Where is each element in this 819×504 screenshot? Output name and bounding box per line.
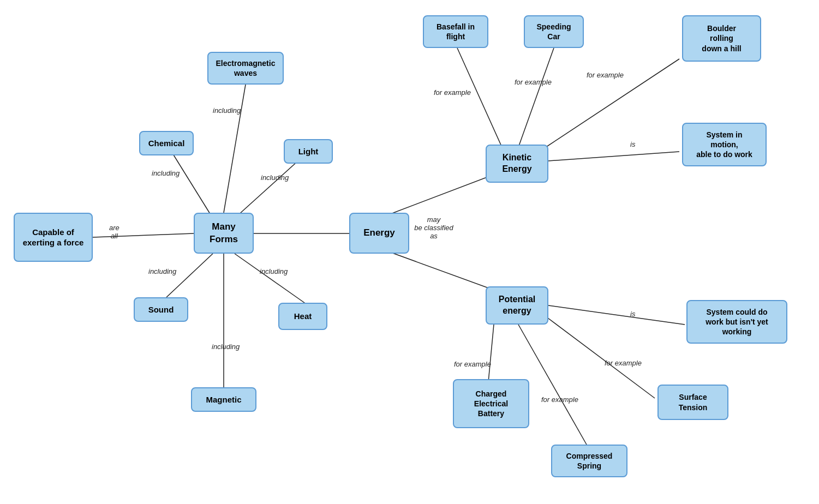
svg-line-4 (166, 254, 213, 297)
svg-line-17 (546, 316, 655, 398)
label-for-example-speeding: for example (515, 78, 552, 86)
node-chemical: Chemical (139, 131, 194, 155)
node-system-potential: System could dowork but isn't yetworking (686, 300, 787, 344)
label-including-heat: including (260, 267, 288, 275)
svg-line-0 (93, 233, 194, 237)
label-are-all: areall (109, 224, 119, 240)
node-magnetic: Magnetic (191, 387, 256, 412)
label-including-sound: including (148, 267, 176, 275)
node-surface-tension: SurfaceTension (657, 385, 728, 420)
label-for-example-spring: for example (541, 395, 578, 404)
label-including-em: including (213, 106, 241, 115)
svg-line-10 (457, 48, 502, 147)
label-including-light: including (261, 173, 289, 182)
label-including-magnetic: including (212, 343, 240, 351)
node-heat: Heat (278, 303, 327, 330)
node-light: Light (284, 139, 333, 164)
label-is-kinetic: is (630, 140, 635, 148)
node-potential: Potentialenergy (486, 286, 548, 325)
label-may-be-classified: maybe classifiedas (412, 215, 456, 240)
node-kinetic: KineticEnergy (486, 145, 548, 183)
svg-line-15 (488, 325, 494, 382)
node-many-forms: ManyForms (194, 213, 254, 254)
label-for-example-boulder: for example (587, 71, 624, 79)
label-for-example-battery: for example (454, 360, 491, 368)
label-for-example-baseball: for example (434, 88, 471, 97)
node-electromagnetic: Electromagneticwaves (207, 52, 284, 85)
node-capable: Capable of exerting a force (14, 213, 93, 262)
node-energy: Energy (349, 213, 409, 254)
connection-lines (0, 0, 819, 504)
svg-line-5 (235, 254, 308, 305)
svg-line-13 (548, 152, 679, 161)
node-charged-battery: ChargedElectricalBattery (453, 379, 529, 428)
svg-line-1 (224, 85, 246, 213)
node-compressed-spring: CompressedSpring (551, 445, 627, 477)
node-system-motion: System inmotion,able to do work (682, 123, 767, 166)
node-boulder: Boulderrollingdown a hill (682, 15, 761, 62)
concept-map: Capable of exerting a force ManyForms El… (0, 0, 819, 504)
node-baseball: Basefall inflight (423, 15, 488, 48)
label-is-potential: is (630, 310, 635, 318)
node-speeding-car: SpeedingCar (524, 15, 584, 48)
svg-line-14 (548, 305, 685, 325)
svg-line-11 (518, 48, 554, 147)
label-including-chemical: including (152, 169, 180, 177)
node-sound: Sound (134, 297, 188, 322)
label-for-example-surface: for example (605, 359, 642, 367)
